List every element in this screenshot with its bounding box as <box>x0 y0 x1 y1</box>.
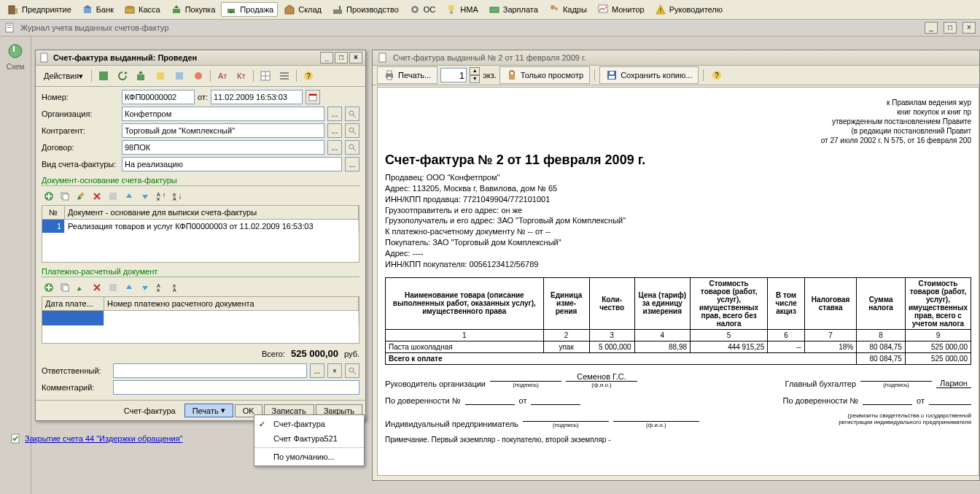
payment-row[interactable] <box>42 311 359 325</box>
menu-salary[interactable]: Зарплата <box>484 2 542 17</box>
pay-edit-button[interactable] <box>74 280 88 295</box>
calendar-button[interactable] <box>306 90 320 104</box>
form-title: Счет-фактура выданный: Проведен <box>53 53 197 62</box>
type-select-button[interactable]: ... <box>345 157 359 171</box>
menu-sale[interactable]: Продажа <box>221 2 278 17</box>
org-search-button[interactable] <box>345 107 359 121</box>
basis-copy-button[interactable] <box>58 189 72 204</box>
org-select-button[interactable]: ... <box>327 107 342 121</box>
counterparty-input[interactable]: Торговый дом "Комплексный" <box>122 123 324 138</box>
number-input[interactable]: КФП00000002 <box>122 90 195 104</box>
close-account-link[interactable]: Закрытие счета 44 "Издержки обращения" <box>10 433 183 444</box>
basis-down-button[interactable] <box>138 189 152 204</box>
pay-col-date[interactable]: Дата плате... <box>42 297 104 310</box>
preview-help-button[interactable]: ? <box>708 68 726 82</box>
basis-add-button[interactable] <box>42 189 56 204</box>
pay-finish-button[interactable] <box>106 280 120 295</box>
journal-minimize-button[interactable]: _ <box>925 22 938 34</box>
copies-down-button[interactable]: ▼ <box>470 75 480 83</box>
type-input[interactable]: На реализацию <box>122 157 342 171</box>
svg-marker-77 <box>77 287 82 291</box>
date-input[interactable]: 11.02.2009 16:53:03 <box>211 90 303 104</box>
signature-row-1: Руководитель организации (подпись) Семен… <box>385 372 971 388</box>
grid-button[interactable] <box>257 69 274 83</box>
invoice-link[interactable]: Счет-фактура <box>117 405 183 417</box>
pay-col-num[interactable]: Номер платежно расчетного документа <box>104 297 359 310</box>
print-menu-invoice[interactable]: ✓Счет-фактура <box>254 417 364 431</box>
fio-caption: (ф.и.о.) <box>613 422 699 428</box>
tool1-button[interactable] <box>152 69 169 83</box>
basis-up-button[interactable] <box>122 189 136 204</box>
tool3-button[interactable] <box>190 69 207 83</box>
menu-warehouse[interactable]: Склад <box>279 2 326 17</box>
menu-nma[interactable]: НМА <box>441 2 482 17</box>
repost-button[interactable] <box>133 69 150 83</box>
form-minimize-button[interactable]: _ <box>320 52 333 63</box>
tool2-button[interactable] <box>171 69 188 83</box>
contract-input[interactable]: 98ПОК <box>122 140 324 155</box>
basis-delete-button[interactable] <box>90 189 104 204</box>
responsible-clear-button[interactable]: × <box>327 363 342 378</box>
list-button[interactable] <box>276 69 293 83</box>
pay-down-button[interactable] <box>138 280 152 295</box>
menu-enterprise[interactable]: Предприятие <box>3 2 76 17</box>
menu-bank[interactable]: Банк <box>77 2 118 17</box>
save-copy-button[interactable]: Сохранить копию... <box>599 66 699 84</box>
basis-sortza-button[interactable]: яA <box>170 189 184 204</box>
org-input[interactable]: Конфетпром <box>122 107 324 121</box>
view-only-button[interactable]: Только просмотр <box>499 66 590 84</box>
form-toolbar: Действия ▾ Aт Кт ? <box>36 66 365 87</box>
svg-rect-27 <box>13 46 15 52</box>
menu-production[interactable]: Производство <box>327 2 403 17</box>
menu-os[interactable]: ОС <box>405 2 440 17</box>
basis-edit-button[interactable] <box>74 189 88 204</box>
svg-rect-0 <box>9 6 15 14</box>
journal-maximize-button[interactable]: □ <box>944 22 957 34</box>
refresh-button[interactable] <box>114 69 131 83</box>
copies-up-button[interactable]: ▲ <box>470 67 480 75</box>
menu-cash[interactable]: Касса <box>120 2 165 17</box>
number-label: Номер: <box>42 93 119 101</box>
form-close-button[interactable]: × <box>349 52 362 63</box>
basis-col-num[interactable]: № <box>42 206 65 219</box>
pay-sortaz-button[interactable]: Aя <box>154 280 168 295</box>
svg-rect-25 <box>7 27 12 28</box>
contract-search-button[interactable] <box>345 140 359 155</box>
pay-delete-button[interactable] <box>90 280 104 295</box>
responsible-search-button[interactable] <box>345 363 359 378</box>
pay-add-button[interactable] <box>42 280 56 295</box>
tool4-button[interactable]: Aт <box>214 69 231 83</box>
preview-print-button[interactable]: Печать... <box>377 66 438 84</box>
journal-close-button[interactable]: × <box>962 22 976 34</box>
actions-dropdown[interactable]: Действия ▾ <box>39 69 88 83</box>
basis-row[interactable]: 1 Реализация товаров и услуг КФП00000003… <box>42 220 359 233</box>
form-maximize-button[interactable]: □ <box>335 52 348 63</box>
help-button[interactable]: ? <box>300 69 317 83</box>
menu-purchase[interactable]: Покупка <box>166 2 220 17</box>
basis-col-doc[interactable]: Документ - основание для выписки счета-ф… <box>65 206 359 219</box>
pay-up-button[interactable] <box>122 280 136 295</box>
factory-icon <box>332 4 343 15</box>
print-button[interactable]: Печать ▾ <box>184 404 233 417</box>
print-menu-default[interactable]: По умолчанию... <box>254 449 364 464</box>
svg-marker-71 <box>179 193 181 199</box>
pay-sortza-button[interactable]: яA <box>170 280 184 295</box>
counterparty-select-button[interactable]: ... <box>327 123 342 138</box>
basis-sortaz-button[interactable]: Aя <box>154 189 168 204</box>
menu-hr[interactable]: Кадры <box>544 2 591 17</box>
print-menu-invoice521[interactable]: Счет Фактура521 <box>254 431 364 446</box>
basis-finish-button[interactable] <box>106 189 120 204</box>
post-button[interactable] <box>95 69 112 83</box>
responsible-select-button[interactable]: ... <box>310 363 324 378</box>
copies-input[interactable] <box>440 68 467 82</box>
nh7: 7 <box>804 329 856 341</box>
menu-manager[interactable]: !Руководителю <box>650 2 727 17</box>
menu-monitor[interactable]: Монитор <box>593 2 649 17</box>
tool5-button[interactable]: Кт <box>233 69 250 83</box>
counterparty-search-button[interactable] <box>345 123 359 138</box>
scheme-icon[interactable] <box>7 42 24 60</box>
contract-select-button[interactable]: ... <box>327 140 342 155</box>
pay-copy-button[interactable] <box>58 280 72 295</box>
responsible-input[interactable] <box>113 363 307 378</box>
comment-input[interactable] <box>113 380 359 395</box>
